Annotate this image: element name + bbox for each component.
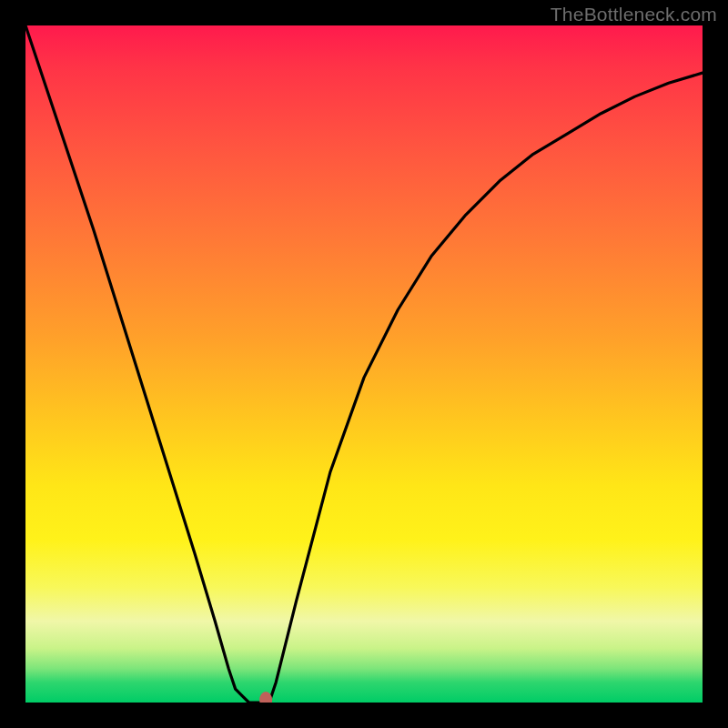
watermark-text: TheBottleneck.com	[551, 4, 717, 25]
minimum-point-marker	[259, 692, 272, 703]
plot-area	[25, 25, 703, 703]
chart-frame: TheBottleneck.com	[0, 0, 728, 728]
plot-svg	[25, 25, 703, 703]
bottleneck-curve	[25, 25, 703, 703]
